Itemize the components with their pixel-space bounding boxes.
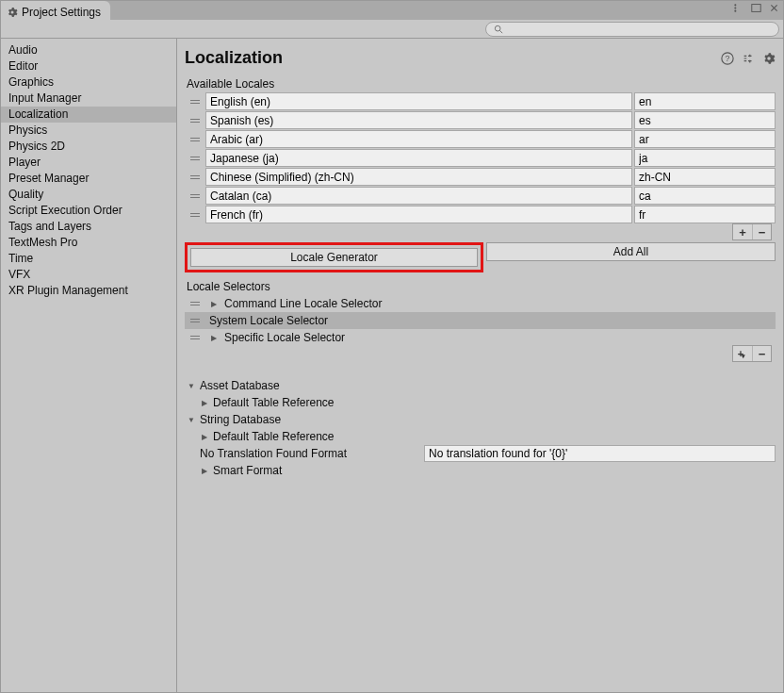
drag-handle-icon[interactable] xyxy=(185,149,205,167)
drag-handle-icon[interactable] xyxy=(185,111,205,129)
sidebar-item-physics-2d[interactable]: Physics 2D xyxy=(1,139,176,155)
svg-text:?: ? xyxy=(726,54,730,63)
drag-handle-icon[interactable] xyxy=(185,206,205,223)
locale-name-field[interactable] xyxy=(205,111,632,129)
locale-code-field[interactable] xyxy=(634,111,776,129)
expander-icon[interactable] xyxy=(209,333,219,342)
locale-row xyxy=(185,187,776,205)
drag-handle-icon[interactable] xyxy=(185,168,205,186)
sidebar-item-time[interactable]: Time xyxy=(1,251,176,267)
available-locales-label: Available Locales xyxy=(185,77,776,91)
locale-list xyxy=(185,92,776,224)
sidebar-item-script-execution-order[interactable]: Script Execution Order xyxy=(1,203,176,219)
sidebar-item-quality[interactable]: Quality xyxy=(1,187,176,203)
options-icon[interactable] xyxy=(733,3,743,13)
selector-label: Specific Locale Selector xyxy=(224,331,345,344)
svg-rect-3 xyxy=(752,5,760,12)
locale-code-field[interactable] xyxy=(634,130,776,148)
preset-icon[interactable] xyxy=(742,52,755,65)
drag-handle-icon[interactable] xyxy=(185,336,205,339)
default-table-ref-label-2: Default Table Reference xyxy=(213,430,335,443)
locale-code-field[interactable] xyxy=(634,92,776,110)
sidebar-item-editor[interactable]: Editor xyxy=(1,58,176,74)
locale-selectors-label: Locale Selectors xyxy=(185,280,776,293)
remove-locale-button[interactable]: − xyxy=(752,224,771,239)
default-table-ref-label: Default Table Reference xyxy=(213,396,335,409)
locale-name-field[interactable] xyxy=(205,92,632,110)
drag-handle-icon[interactable] xyxy=(185,130,205,148)
asset-db-label: Asset Database xyxy=(200,379,280,392)
locale-code-field[interactable] xyxy=(634,206,776,223)
drag-handle-icon[interactable] xyxy=(185,302,205,305)
remove-selector-button[interactable]: − xyxy=(752,346,771,361)
locale-row xyxy=(185,149,776,167)
locale-row xyxy=(185,92,776,110)
locale-row xyxy=(185,206,776,223)
selector-row[interactable]: System Locale Selector xyxy=(185,312,776,329)
selector-label: Command Line Locale Selector xyxy=(224,297,382,310)
page-title: Localization xyxy=(185,48,283,68)
no-translation-input[interactable] xyxy=(424,445,776,462)
highlight-box: Locale Generator xyxy=(185,242,483,272)
smart-format-label: Smart Format xyxy=(213,464,282,477)
default-table-ref-expander-2[interactable] xyxy=(200,432,209,441)
string-db-label: String Database xyxy=(200,413,281,426)
locale-name-field[interactable] xyxy=(205,130,632,148)
locale-code-field[interactable] xyxy=(634,149,776,167)
smart-format-expander[interactable] xyxy=(200,466,209,475)
sidebar-item-localization[interactable]: Localization xyxy=(1,107,176,123)
sidebar-item-input-manager[interactable]: Input Manager xyxy=(1,91,176,107)
sidebar-item-physics[interactable]: Physics xyxy=(1,123,176,139)
gear-icon[interactable] xyxy=(762,52,776,65)
add-selector-button[interactable]: +▾ xyxy=(733,346,752,361)
selector-row[interactable]: Specific Locale Selector xyxy=(185,329,776,346)
default-table-ref-expander[interactable] xyxy=(200,398,209,407)
main-panel: Localization ? Available Locales + − Loc… xyxy=(177,39,783,692)
selector-label: System Locale Selector xyxy=(209,314,328,327)
svg-line-5 xyxy=(499,30,502,33)
search-input[interactable] xyxy=(485,22,779,37)
sidebar-item-graphics[interactable]: Graphics xyxy=(1,74,176,91)
locale-code-field[interactable] xyxy=(634,187,776,205)
sidebar-item-audio[interactable]: Audio xyxy=(1,42,176,58)
add-locale-button[interactable]: + xyxy=(733,224,752,239)
sidebar-item-vfx[interactable]: VFX xyxy=(1,267,176,283)
sidebar-item-tags-and-layers[interactable]: Tags and Layers xyxy=(1,219,176,235)
string-db-expander[interactable] xyxy=(187,415,196,424)
tab-project-settings[interactable]: Project Settings xyxy=(1,1,110,20)
sidebar-item-xr-plugin-management[interactable]: XR Plugin Management xyxy=(1,283,176,299)
gear-icon xyxy=(7,7,18,18)
locale-name-field[interactable] xyxy=(205,206,632,223)
locale-row xyxy=(185,168,776,186)
locale-generator-button[interactable]: Locale Generator xyxy=(190,248,478,267)
selector-row[interactable]: Command Line Locale Selector xyxy=(185,295,776,312)
svg-point-0 xyxy=(734,4,736,6)
locale-name-field[interactable] xyxy=(205,149,632,167)
tab-label: Project Settings xyxy=(22,6,101,19)
sidebar: AudioEditorGraphicsInput ManagerLocaliza… xyxy=(1,39,177,692)
locale-code-field[interactable] xyxy=(634,168,776,186)
maximize-icon[interactable] xyxy=(751,3,761,13)
selector-list: Command Line Locale SelectorSystem Local… xyxy=(185,295,776,346)
locale-name-field[interactable] xyxy=(205,168,632,186)
asset-db-expander[interactable] xyxy=(187,381,196,390)
locale-row xyxy=(185,130,776,148)
drag-handle-icon[interactable] xyxy=(185,92,205,110)
sidebar-item-preset-manager[interactable]: Preset Manager xyxy=(1,171,176,187)
tab-bar: Project Settings xyxy=(1,1,783,20)
close-icon[interactable] xyxy=(769,3,779,13)
svg-point-4 xyxy=(495,25,500,31)
help-icon[interactable]: ? xyxy=(721,52,734,65)
locale-name-field[interactable] xyxy=(205,187,632,205)
add-all-button[interactable]: Add All xyxy=(486,242,776,261)
expander-icon[interactable] xyxy=(209,299,219,308)
drag-handle-icon[interactable] xyxy=(185,319,205,322)
locale-row xyxy=(185,111,776,129)
svg-point-1 xyxy=(734,7,736,8)
sidebar-item-textmesh-pro[interactable]: TextMesh Pro xyxy=(1,235,176,251)
no-translation-label: No Translation Found Format xyxy=(200,447,422,460)
search-icon xyxy=(494,25,503,34)
sidebar-item-player[interactable]: Player xyxy=(1,155,176,171)
svg-point-2 xyxy=(734,10,736,12)
drag-handle-icon[interactable] xyxy=(185,187,205,205)
